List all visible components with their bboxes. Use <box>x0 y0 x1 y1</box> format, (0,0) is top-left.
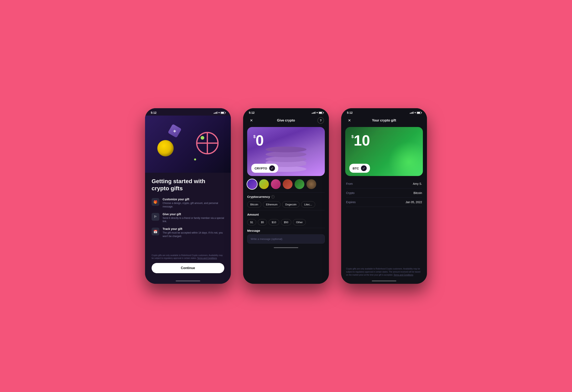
crypto-label: Crypto <box>346 191 354 195</box>
expires-value: Jan 05, 2022 <box>406 200 422 204</box>
coin-green-dot <box>194 158 196 161</box>
phone-1: 5:12 ▾ <box>145 108 231 284</box>
pill-ethereum[interactable]: Ethereum <box>263 201 281 208</box>
pill-dogecoin[interactable]: Dogecoin <box>282 201 300 208</box>
message-section: Message Write a message (optional) <box>243 228 329 246</box>
battery-icon-1 <box>221 112 225 114</box>
design-option-6[interactable] <box>306 179 316 189</box>
feature-track-desc: The gift must be accepted within 14 days… <box>163 231 224 238</box>
status-bar-1: 5:12 ▾ <box>145 108 231 116</box>
phone1-content: Getting started with crypto gifts 🎁 Cust… <box>145 173 231 279</box>
expires-label: Expires <box>346 200 356 204</box>
message-input[interactable]: Write a message (optional) <box>247 234 325 243</box>
phone-1-screen: 5:12 ▾ <box>145 108 231 284</box>
signal-icon-1 <box>214 112 217 114</box>
design-option-1[interactable] <box>247 179 257 189</box>
feature-track: 📅 Track your gift The gift must be accep… <box>152 227 224 238</box>
feature-give-title: Give your gift <box>163 212 224 216</box>
pencil-icon <box>271 167 273 169</box>
amount-section-label: Amount <box>243 210 329 218</box>
btc-gift-card: $ 10 BTC <box>345 127 423 176</box>
btc-glow <box>388 141 423 176</box>
home-indicator-1 <box>176 281 200 281</box>
design-option-3[interactable] <box>271 179 281 189</box>
crypto-type-text: CRYPTO <box>254 166 267 170</box>
status-icons-2: ▾ <box>312 111 323 114</box>
feature-track-title: Track your gift <box>163 227 224 230</box>
pill-50[interactable]: $50 <box>281 219 291 226</box>
info-icon[interactable]: i <box>271 195 275 198</box>
detail-from: From Amy S. <box>346 179 422 188</box>
amount-pill-row: $1 $5 $10 $50 Other <box>243 218 329 228</box>
btc-dollar: $ <box>351 134 354 139</box>
btc-type-text: BTC <box>353 166 359 170</box>
gift-details: From Amy S. Crypto Bitcoin Expires Jan 0… <box>341 176 427 267</box>
status-bar-3: 5:12 ▾ <box>341 108 427 116</box>
pill-10[interactable]: $10 <box>269 219 279 226</box>
help-button[interactable]: ? <box>318 117 324 124</box>
wifi-icon-2: ▾ <box>317 111 318 114</box>
home-indicator-2 <box>274 247 298 248</box>
wifi-icon-3: ▾ <box>414 111 416 114</box>
feature-customize: 🎁 Customize your gift Choose a design, c… <box>152 198 224 209</box>
phone-2: 5:12 ▾ ✕ Give crypto ? <box>243 108 329 284</box>
status-time-1: 5:12 <box>151 111 157 114</box>
edit-crypto-button[interactable] <box>269 165 275 171</box>
signal-icon-3 <box>410 112 413 114</box>
pill-1[interactable]: $1 <box>247 219 256 226</box>
coin-pink <box>196 132 219 154</box>
phone-3: 5:12 ▾ ✕ Your crypto gift <box>341 108 427 284</box>
terms-link-1[interactable]: Terms and Conditions <box>197 257 217 259</box>
phone3-header: ✕ Your crypto gift <box>341 116 427 127</box>
detail-expires: Expires Jan 05, 2022 <box>346 198 422 207</box>
feature-customize-title: Customize your gift <box>163 198 224 201</box>
feature-give: 🏳 Give your gift Send it directly to a f… <box>152 212 224 223</box>
design-option-4[interactable] <box>283 179 293 189</box>
hero-illustration <box>145 116 231 173</box>
continue-button[interactable]: Continue <box>152 263 224 273</box>
crypto-gift-card: $ 0 CRYPTO <box>247 127 325 176</box>
wifi-icon-1: ▾ <box>218 111 220 114</box>
crypto-pill-row: Bitcoin Ethereum Dogecoin Litec... <box>243 200 329 210</box>
home-indicator-3 <box>372 281 396 281</box>
phone-2-screen: 5:12 ▾ ✕ Give crypto ? <box>243 108 329 284</box>
design-option-5[interactable] <box>295 179 304 189</box>
terms-link-3[interactable]: Terms and Conditions <box>394 274 413 276</box>
status-time-2: 5:12 <box>249 111 254 114</box>
btc-amount: $ 10 <box>351 133 370 148</box>
btc-type-label: BTC <box>349 164 370 173</box>
edit-btc-button[interactable] <box>361 165 367 171</box>
pill-5[interactable]: $5 <box>258 219 267 226</box>
coin-yellow <box>157 140 174 156</box>
close-button-3[interactable]: ✕ <box>346 117 353 124</box>
pill-bitcoin[interactable]: Bitcoin <box>247 201 261 208</box>
calendar-icon: 📅 <box>152 228 159 235</box>
crypto-dollar: $ <box>253 134 255 139</box>
btc-number: 10 <box>354 133 370 148</box>
close-button[interactable]: ✕ <box>248 117 254 124</box>
header-title-3: Your crypto gift <box>372 119 396 122</box>
disclaimer-1: Crypto gifts are only available to Robin… <box>152 254 224 260</box>
feature-track-text: Track your gift The gift must be accepte… <box>163 227 224 238</box>
from-label: From <box>346 182 353 185</box>
status-bar-2: 5:12 ▾ <box>243 108 329 116</box>
phone2-header: ✕ Give crypto ? <box>243 116 329 127</box>
feature-customize-text: Customize your gift Choose a design, cry… <box>163 198 224 209</box>
stack-disc-4 <box>266 151 306 157</box>
disclaimer-3: Crypto gifts are only available to Robin… <box>341 267 427 279</box>
design-option-2[interactable] <box>259 179 269 189</box>
cryptocurrency-label: Cryptocurrency <box>247 195 270 198</box>
header-title-2: Give crypto <box>277 119 295 122</box>
pencil-icon-3 <box>363 167 365 169</box>
crypto-amount: $ 0 <box>253 133 264 148</box>
cryptocurrency-section-label: Cryptocurrency i <box>243 193 329 200</box>
from-value: Amy S. <box>413 182 422 185</box>
page-title: Getting started with crypto gifts <box>152 178 224 192</box>
crypto-value: Bitcoin <box>413 191 422 195</box>
phone-3-screen: 5:12 ▾ ✕ Your crypto gift <box>341 108 427 284</box>
signal-icon-2 <box>312 112 316 114</box>
stack-disc-3 <box>266 156 306 162</box>
pill-other[interactable]: Other <box>293 219 306 226</box>
status-icons-1: ▾ <box>214 111 225 114</box>
pill-litecoin[interactable]: Litec... <box>301 201 315 208</box>
